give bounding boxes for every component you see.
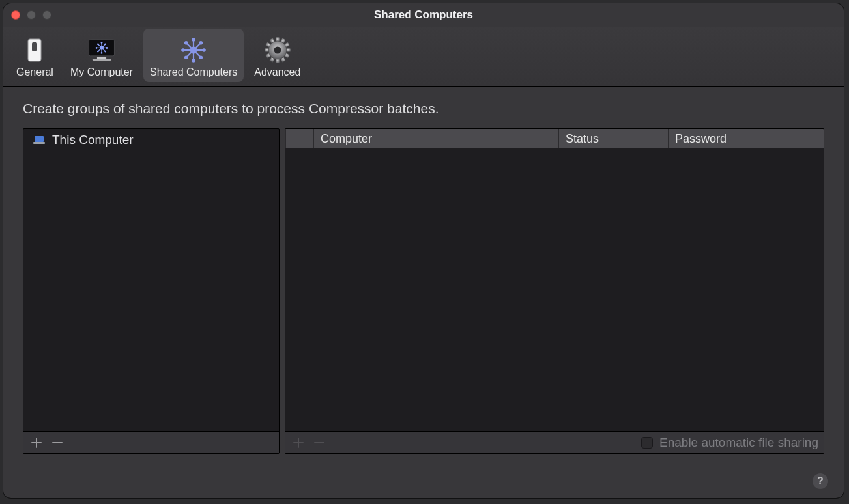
tab-shared-computers[interactable]: Shared Computers <box>143 29 244 82</box>
table-header-spacer <box>285 129 314 148</box>
help-icon: ? <box>817 475 824 487</box>
svg-point-17 <box>106 47 108 49</box>
preferences-window: Shared Computers General <box>3 3 844 498</box>
groups-pane: This Computer <box>23 128 280 454</box>
page-description: Create groups of shared computers to pro… <box>23 101 824 117</box>
monitor-node-icon <box>87 36 117 64</box>
svg-rect-1 <box>32 42 37 51</box>
groups-list-item-label: This Computer <box>52 133 134 147</box>
tab-advanced[interactable]: Advanced <box>248 29 307 82</box>
enable-file-sharing-label: Enable automatic file sharing <box>659 436 818 450</box>
table-header-computer[interactable]: Computer <box>314 129 559 148</box>
svg-point-36 <box>199 41 203 45</box>
tab-label: Shared Computers <box>150 66 237 78</box>
svg-point-32 <box>192 59 195 63</box>
laptop-icon <box>33 135 46 145</box>
network-node-icon <box>179 36 209 64</box>
svg-point-20 <box>97 51 99 53</box>
minimize-window-button[interactable] <box>27 10 36 20</box>
remove-group-button[interactable] <box>50 435 65 451</box>
split-panes: This Computer Computer Status <box>23 128 824 454</box>
tab-general[interactable]: General <box>10 29 60 82</box>
svg-rect-3 <box>97 57 106 59</box>
zoom-window-button[interactable] <box>42 10 51 20</box>
add-computer-button[interactable] <box>291 435 306 451</box>
computers-table-body[interactable] <box>285 148 824 431</box>
svg-point-19 <box>104 43 106 45</box>
table-header-status[interactable]: Status <box>559 129 669 148</box>
content-area: Create groups of shared computers to pro… <box>3 87 844 459</box>
groups-list-item[interactable]: This Computer <box>23 129 279 151</box>
enable-file-sharing-checkbox[interactable] <box>641 437 653 449</box>
tab-my-computer[interactable]: My Computer <box>64 29 139 82</box>
svg-rect-53 <box>35 136 44 142</box>
svg-point-37 <box>184 56 188 60</box>
table-header-row: Computer Status Password <box>285 129 824 148</box>
svg-rect-4 <box>93 59 111 61</box>
remove-computer-button[interactable] <box>311 435 327 451</box>
tab-label: Advanced <box>254 66 300 78</box>
svg-point-16 <box>96 47 98 49</box>
groups-list[interactable]: This Computer <box>23 129 279 431</box>
svg-point-34 <box>202 48 206 52</box>
computers-pane-footer: Enable automatic file sharing <box>285 431 824 453</box>
add-group-button[interactable] <box>29 435 44 451</box>
window-title: Shared Computers <box>3 8 844 21</box>
svg-point-18 <box>97 43 99 45</box>
svg-point-21 <box>104 51 106 53</box>
close-window-button[interactable] <box>11 10 20 20</box>
enable-file-sharing-row[interactable]: Enable automatic file sharing <box>641 436 818 450</box>
table-header-password[interactable]: Password <box>669 129 824 148</box>
computers-pane: Computer Status Password Enable auto <box>285 128 824 454</box>
groups-pane-footer <box>23 431 279 453</box>
help-button[interactable]: ? <box>813 473 828 489</box>
slider-icon <box>20 36 50 64</box>
gear-icon <box>263 36 293 64</box>
svg-point-38 <box>199 56 203 60</box>
svg-point-31 <box>192 38 195 42</box>
svg-point-14 <box>101 42 103 44</box>
titlebar: Shared Computers <box>3 3 844 27</box>
tab-label: General <box>16 66 53 78</box>
tab-label: My Computer <box>70 66 133 78</box>
svg-point-33 <box>181 48 185 52</box>
svg-point-15 <box>101 52 103 54</box>
svg-point-35 <box>184 41 188 45</box>
svg-point-52 <box>274 47 281 54</box>
window-controls <box>11 10 51 20</box>
svg-rect-54 <box>33 142 45 144</box>
preferences-toolbar: General <box>3 27 844 87</box>
